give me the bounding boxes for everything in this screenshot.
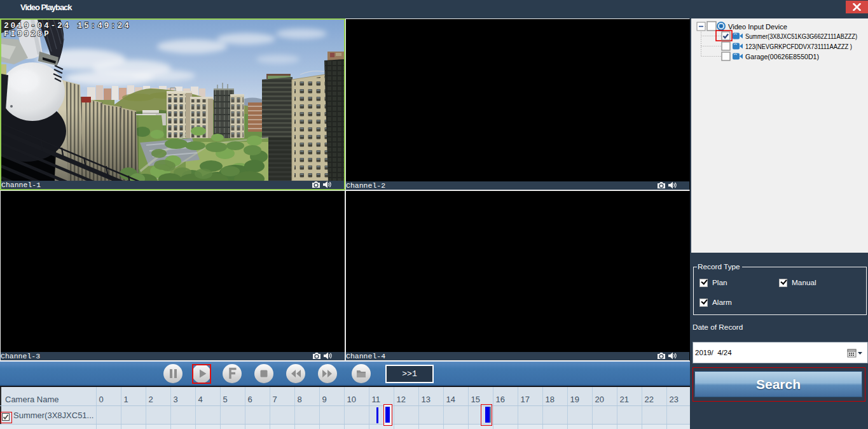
- svg-text:Garage(00626E8550D1): Garage(00626E8550D1): [745, 53, 819, 60]
- svg-text:Summer(3X8JXC51KG3G662Z111ABZZ: Summer(3X8JXC51KG3G662Z111ABZZZ): [745, 32, 857, 40]
- svg-text:123(NEVGRKPCFDDVX731111AAZZZ ): 123(NEVGRKPCFDDVX731111AAZZZ ): [745, 43, 852, 50]
- svg-text:Video Input Device: Video Input Device: [728, 23, 787, 31]
